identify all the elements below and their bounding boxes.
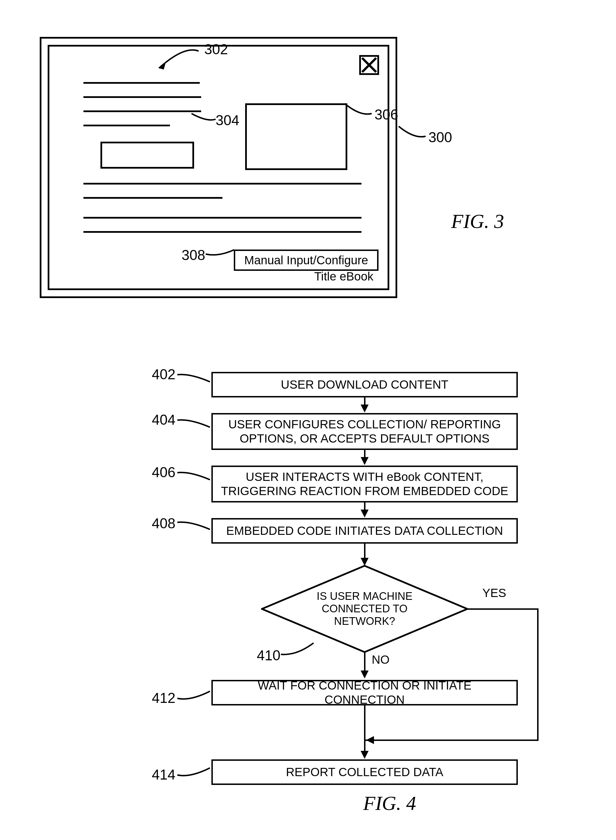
reference-label-404: 404 [152,412,175,428]
figure-caption-3: FIG. 3 [451,210,504,233]
flow-step-408: EMBEDDED CODE INITIATES DATA COLLECTION [211,518,518,543]
text-line-placeholder [84,197,223,199]
flow-arrow-head [361,510,368,517]
reference-leader-408 [176,520,213,539]
reference-leader-412 [176,687,213,707]
flow-connector [468,608,538,610]
reference-label-402: 402 [152,366,175,383]
flow-arrow-head [366,736,374,744]
flow-step-412: WAIT FOR CONNECTION OR INITIATE CONNECTI… [211,680,518,705]
flow-step-402: USER DOWNLOAD CONTENT [211,372,518,397]
flow-arrow [364,705,365,752]
close-icon[interactable] [359,55,379,75]
flow-arrow-head [361,405,368,413]
reference-label-410: 410 [257,647,280,664]
input-box-304[interactable] [100,142,194,169]
image-box-306 [245,103,347,170]
text-line-placeholder [84,217,361,219]
manual-input-configure-button[interactable]: Manual Input/Configure [234,250,378,271]
flow-arrow [364,652,365,672]
svg-marker-0 [159,62,166,69]
reference-leader-302 [150,43,207,76]
reference-label-304: 304 [216,112,239,129]
flow-arrow-head [361,457,368,465]
reference-label-308: 308 [182,247,205,263]
flow-step-404: USER CONFIGURES COLLECTION/ REPORTING OP… [211,413,518,450]
text-line-placeholder [84,183,361,185]
reference-label-306: 306 [374,106,398,123]
reference-leader-410 [280,639,316,659]
flow-connector [365,740,538,741]
text-line-placeholder [84,110,201,112]
reference-leader-308 [204,243,238,260]
flow-step-406: USER INTERACTS WITH eBook CONTENT, TRIGG… [211,466,518,502]
reference-label-412: 412 [152,690,175,706]
reference-leader-406 [176,470,213,490]
text-line-placeholder [84,231,361,233]
window-title: Title eBook [314,270,373,283]
text-line-placeholder [84,82,200,84]
reference-label-408: 408 [152,515,175,532]
reference-leader-414 [176,764,213,784]
flow-arrow-head [361,558,368,566]
reference-leader-402 [176,372,213,392]
decision-no-label: NO [372,653,390,667]
flow-arrow-head [361,751,368,759]
figure-caption-4: FIG. 4 [363,792,416,815]
decision-yes-label: YES [483,586,506,600]
text-line-placeholder [84,96,201,98]
reference-leader-404 [176,417,213,437]
reference-label-300: 300 [428,129,452,145]
reference-label-406: 406 [152,464,175,480]
reference-label-302: 302 [204,41,228,57]
text-line-placeholder [84,125,170,126]
flow-step-414: REPORT COLLECTED DATA [211,759,518,785]
flow-arrow-head [361,671,368,678]
flow-connector [537,608,538,741]
reference-label-414: 414 [152,767,175,783]
flow-arrow [364,543,365,559]
